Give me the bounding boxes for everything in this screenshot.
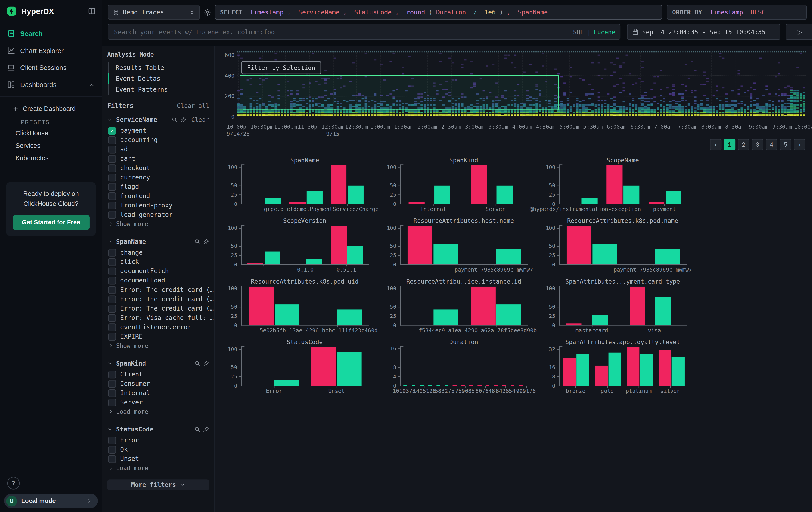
checkbox[interactable] — [108, 323, 116, 331]
presets-toggle[interactable]: PRESETS — [0, 115, 102, 127]
filter-group-header[interactable]: SpanName — [102, 235, 214, 248]
sidebar-item-kubernetes[interactable]: Kubernetes — [0, 152, 102, 164]
checkbox[interactable] — [108, 371, 116, 378]
filter-option[interactable]: ✓payment — [102, 126, 214, 135]
filter-option[interactable]: Error: The credit card (… — [102, 285, 214, 295]
collapse-sidebar-icon[interactable] — [88, 7, 96, 15]
analysis-option-event-patterns[interactable]: Event Patterns — [108, 84, 214, 95]
filter-option[interactable]: EXPIRE — [102, 332, 214, 341]
show-more-button[interactable]: Show more — [102, 341, 214, 350]
get-started-button[interactable]: Get Started for Free — [13, 215, 89, 229]
filter-option[interactable]: Error: The credit card (… — [102, 295, 214, 304]
filter-option[interactable]: frontend-proxy — [102, 200, 214, 210]
page-button-1[interactable]: 1 — [724, 139, 735, 150]
lucene-toggle[interactable]: Lucene — [594, 28, 615, 36]
checkbox[interactable] — [108, 201, 116, 209]
checkbox[interactable] — [108, 389, 116, 397]
sidebar-item-search[interactable]: Search — [0, 25, 102, 42]
filter-option[interactable]: Consumer — [102, 379, 214, 388]
sql-toggle[interactable]: SQL — [573, 28, 584, 36]
filter-option[interactable]: currency — [102, 173, 214, 182]
filter-option[interactable]: eventListener.error — [102, 323, 214, 332]
clear-group-button[interactable]: Clear — [191, 116, 209, 124]
search-input[interactable] — [113, 28, 570, 36]
filter-option[interactable]: Unset — [102, 454, 214, 463]
filter-option[interactable]: accounting — [102, 135, 214, 145]
page-button-5[interactable]: 5 — [780, 139, 791, 150]
filter-option[interactable]: cart — [102, 154, 214, 163]
order-by-input[interactable]: ORDER BY Timestamp DESC — [667, 5, 807, 20]
checkbox[interactable] — [108, 249, 116, 257]
filter-option[interactable]: load-generator — [102, 210, 214, 219]
filter-group-header[interactable]: SpanKind — [102, 357, 214, 370]
select-query-input[interactable]: SELECT Timestamp, ServiceName, StatusCod… — [215, 5, 662, 20]
checkbox[interactable] — [108, 436, 116, 444]
page-button-3[interactable]: 3 — [752, 139, 763, 150]
filter-option[interactable]: Internal — [102, 388, 214, 398]
filter-option[interactable]: documentFetch — [102, 266, 214, 276]
sidebar-item-client-sessions[interactable]: Client Sessions — [0, 59, 102, 76]
filter-option[interactable]: ad — [102, 145, 214, 154]
filter-group-header[interactable]: StatusCode — [102, 423, 214, 435]
filter-option[interactable]: flagd — [102, 182, 214, 191]
checkbox[interactable] — [108, 332, 116, 340]
checkbox[interactable] — [108, 455, 116, 463]
more-filters-button[interactable]: More filters — [107, 480, 209, 490]
checkbox[interactable] — [108, 145, 116, 153]
checkbox[interactable] — [108, 155, 116, 162]
sidebar-item-clickhouse[interactable]: ClickHouse — [0, 127, 102, 140]
filter-option[interactable]: change — [102, 248, 214, 257]
analysis-option-results-table[interactable]: Results Table — [108, 62, 214, 73]
filter-option[interactable]: Error: The credit card (… — [102, 304, 214, 313]
run-query-button[interactable]: ▷ — [786, 24, 812, 40]
checkbox[interactable] — [108, 173, 116, 181]
page-button-4[interactable]: 4 — [766, 139, 777, 150]
checkbox[interactable] — [108, 304, 116, 312]
heatmap-selection[interactable] — [240, 75, 559, 110]
checkbox[interactable] — [108, 183, 116, 191]
create-dashboard-button[interactable]: Create Dashboard — [0, 102, 102, 116]
checkbox[interactable] — [108, 258, 116, 266]
page-button-2[interactable]: 2 — [738, 139, 749, 150]
filter-option[interactable]: documentLoad — [102, 276, 214, 285]
checkbox[interactable] — [108, 314, 116, 322]
checkbox[interactable] — [108, 277, 116, 285]
source-selector[interactable]: Demo Traces — [108, 5, 200, 20]
checkbox[interactable] — [108, 295, 116, 303]
filter-option[interactable]: Error: Visa cache full: … — [102, 313, 214, 323]
checkbox[interactable] — [108, 267, 116, 275]
checkbox[interactable] — [108, 286, 116, 294]
filter-by-selection-button[interactable]: Filter by Selection — [241, 61, 321, 74]
checkbox[interactable]: ✓ — [108, 127, 116, 134]
chart-y-label: 8 — [378, 365, 396, 370]
checkbox[interactable] — [108, 192, 116, 200]
page-prev-button[interactable]: ‹ — [710, 139, 721, 150]
filter-option[interactable]: frontend — [102, 191, 214, 200]
clear-all-button[interactable]: Clear all — [177, 102, 209, 110]
help-button[interactable]: ? — [7, 477, 20, 489]
filter-option[interactable]: Ok — [102, 445, 214, 454]
checkbox[interactable] — [108, 446, 116, 454]
local-mode-button[interactable]: U Local mode — [4, 493, 98, 508]
show-more-button[interactable]: Show more — [102, 219, 214, 228]
show-more-button[interactable]: Load more — [102, 463, 214, 473]
filter-option[interactable]: Server — [102, 398, 214, 407]
checkbox[interactable] — [108, 380, 116, 387]
sidebar-item-chart-explorer[interactable]: Chart Explorer — [0, 42, 102, 59]
checkbox[interactable] — [108, 136, 116, 144]
checkbox[interactable] — [108, 211, 116, 219]
date-range-picker[interactable]: Sep 14 22:04:35 - Sep 15 10:04:35 — [627, 24, 780, 40]
sidebar-item-dashboards[interactable]: Dashboards — [0, 76, 102, 93]
filter-option[interactable]: Error — [102, 435, 214, 445]
gear-icon[interactable] — [203, 8, 211, 16]
sidebar-item-services[interactable]: Services — [0, 140, 102, 152]
page-next-button[interactable]: › — [794, 139, 805, 150]
checkbox[interactable] — [108, 399, 116, 406]
filter-option[interactable]: Client — [102, 370, 214, 379]
filter-option[interactable]: click — [102, 257, 214, 266]
analysis-option-event-deltas[interactable]: Event Deltas — [108, 73, 214, 84]
filter-option[interactable]: checkout — [102, 163, 214, 173]
filter-group-header[interactable]: ServiceNameClear — [102, 113, 214, 126]
show-more-button[interactable]: Load more — [102, 407, 214, 416]
checkbox[interactable] — [108, 164, 116, 172]
